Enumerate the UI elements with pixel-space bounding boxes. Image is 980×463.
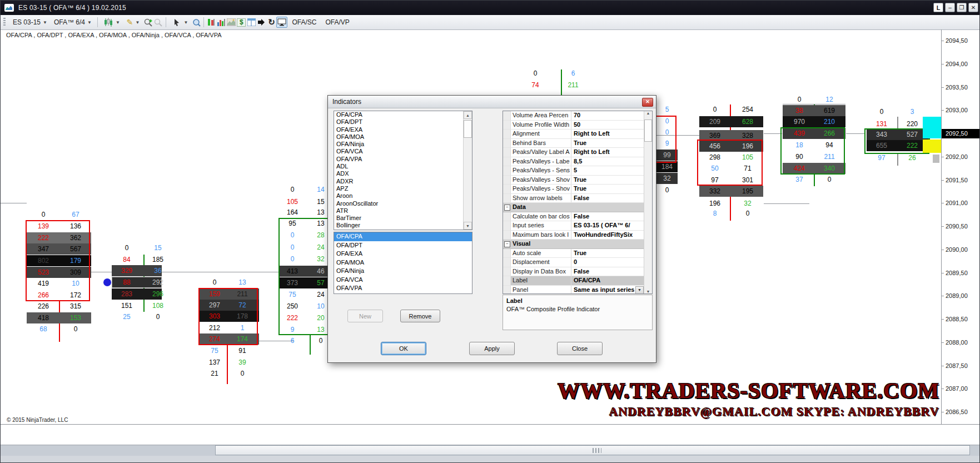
account-icon[interactable]: $ (236, 17, 246, 27)
property-value[interactable]: 70 (571, 111, 644, 120)
indicator-list-item[interactable]: APZ (334, 185, 472, 192)
scroll-down-icon[interactable]: ▼ (464, 222, 472, 230)
property-row[interactable]: AlignmentRight to Left (503, 130, 644, 139)
maximize-button[interactable]: ❐ (957, 3, 967, 12)
indicator-list-item[interactable]: Bollinger (334, 222, 472, 229)
property-value[interactable]: True (571, 139, 644, 148)
property-row[interactable]: PanelSame as input series▼ (503, 286, 644, 295)
property-row[interactable]: Input seriesES 03-15 ( OFA™ 6/ (503, 221, 644, 231)
property-value[interactable]: False (571, 194, 644, 203)
property-value[interactable]: 5 (571, 166, 644, 175)
available-indicators-list[interactable]: OFA/CPAOFA/DPTOFA/EXAOFA/MOAOFA/NinjaOFA… (334, 111, 472, 230)
minimize-button[interactable]: – (945, 3, 955, 12)
selected-indicators-list[interactable]: OFA/CPAOFA/DPTOFA/EXAOFA/MOAOFA/NinjaOFA… (334, 232, 472, 294)
property-section-data[interactable]: −Data (503, 203, 644, 212)
scroll-down-icon[interactable]: ▼ (644, 290, 652, 293)
indicator-list-item[interactable]: BarTimer (334, 215, 472, 222)
reload-icon[interactable]: ↻ (266, 17, 276, 27)
property-value[interactable]: Right to Left (571, 130, 644, 138)
combo-dropdown-icon[interactable]: ▼ (635, 286, 644, 295)
indicator-list-item[interactable]: ATR (334, 207, 472, 215)
ok-button[interactable]: OK (381, 342, 426, 355)
property-row[interactable]: Displacement0 (503, 258, 644, 267)
zoom-out-icon[interactable] (153, 17, 163, 27)
series-selector[interactable]: OFA™ 6/4▼ (51, 17, 95, 27)
property-row[interactable]: Volume Area Percen70 (503, 111, 644, 121)
new-button[interactable]: New (347, 310, 383, 322)
chart-style-button[interactable]: ▼ (100, 16, 123, 28)
indicator-list-item[interactable]: AroonOscillator (334, 200, 472, 207)
label-ofa-vp[interactable]: OFA/VP (321, 17, 354, 27)
panel-grid-icon[interactable] (246, 17, 256, 27)
scrollbar-thumb[interactable] (464, 120, 472, 138)
property-value[interactable]: OFA/CPA (571, 276, 644, 285)
selected-indicator-item[interactable]: OFA/DPT (334, 241, 472, 250)
property-row[interactable]: Peaks/Valleys - Labe8,5 (503, 157, 644, 167)
indicator-list-item[interactable]: Aroon (334, 192, 472, 200)
selected-indicator-item[interactable]: OFA/CPA (334, 232, 472, 241)
property-row[interactable]: Peaks/Valleys - Sens5 (503, 166, 644, 176)
property-value[interactable]: 0 (571, 258, 644, 267)
property-value[interactable]: True (571, 185, 644, 193)
cursor-tool-button[interactable]: ▼ (168, 16, 192, 28)
property-value[interactable]: ES 03-15 ( OFA™ 6/ (571, 221, 644, 230)
indicator-list-item[interactable]: ADXR (334, 178, 472, 185)
indicator-list-item[interactable]: OFA/VPA (334, 156, 472, 163)
lock-button[interactable]: L (933, 3, 943, 12)
list-scrollbar[interactable]: ▲▼ (463, 111, 472, 230)
scroll-up-icon[interactable]: ▲ (644, 111, 652, 115)
step-forward-icon[interactable] (256, 17, 266, 27)
selected-indicator-item[interactable]: OFA/MOA (334, 258, 472, 267)
remove-button[interactable]: Remove (400, 310, 440, 322)
indicator-list-item[interactable]: OFA/Ninja (334, 141, 472, 148)
dialog-close-icon[interactable]: ✕ (642, 98, 653, 107)
selected-indicator-item[interactable]: OFA/VPA (334, 284, 472, 293)
property-value[interactable]: 8,5 (571, 157, 644, 166)
close-button[interactable]: ✕ (968, 3, 978, 12)
indicator-list-item[interactable]: ADL (334, 163, 472, 170)
property-row[interactable]: Peaks/Valley Label ARight to Left (503, 148, 644, 157)
property-section-visual[interactable]: −Visual (503, 240, 644, 249)
property-row[interactable]: Peaks/Valleys - ShovTrue (503, 185, 644, 194)
property-value[interactable]: True (571, 176, 644, 185)
zoom-in-icon[interactable] (143, 17, 153, 27)
label-ofa-sc[interactable]: OFA/SC (287, 17, 321, 27)
property-row[interactable]: Auto scaleTrue (503, 249, 644, 258)
property-row[interactable]: Calculate on bar closFalse (503, 212, 644, 222)
property-row[interactable]: Volume Profile Width50 (503, 121, 644, 130)
volume-icon[interactable] (216, 17, 226, 27)
property-grid[interactable]: Volume Area Percen70Volume Profile Width… (503, 111, 653, 294)
property-row[interactable]: Maximum bars look lTwoHundredFiftySix (503, 231, 644, 240)
property-row[interactable]: LabelOFA/CPA (503, 276, 644, 286)
property-value[interactable]: 50 (571, 121, 644, 130)
scroll-up-icon[interactable]: ▲ (464, 111, 472, 119)
property-row[interactable]: Behind BarsTrue (503, 139, 644, 148)
indicator-list-item[interactable]: OFA/CPA (334, 111, 472, 118)
apply-button[interactable]: Apply (469, 342, 515, 355)
selected-indicator-item[interactable]: OFA/VCA (334, 276, 472, 285)
indicator-list-item[interactable]: OFA/VCA (334, 148, 472, 155)
property-grid-scrollbar[interactable]: ▲▼ (644, 111, 652, 293)
indicator-list-item[interactable]: ADX (334, 170, 472, 177)
selected-indicator-item[interactable]: OFA/EXA (334, 250, 472, 258)
collapse-icon[interactable]: − (504, 205, 510, 211)
price-bars-icon[interactable] (206, 17, 216, 27)
monitor-icon-active[interactable] (276, 17, 287, 28)
toolbar-grip[interactable] (3, 18, 6, 27)
property-row[interactable]: Peaks/Valleys - ShovTrue (503, 176, 644, 185)
property-value[interactable]: False (571, 212, 644, 221)
drawing-tools-button[interactable]: ✎▼ (123, 17, 143, 28)
indicator-list-item[interactable]: OFA/DPT (334, 118, 472, 126)
property-value[interactable]: Right to Left (571, 148, 644, 157)
property-value[interactable]: Same as input series▼ (571, 286, 644, 295)
data-box-icon[interactable] (191, 17, 201, 27)
indicator-list-item[interactable]: OFA/EXA (334, 126, 472, 133)
property-row[interactable]: Show arrow labelsFalse (503, 194, 644, 203)
property-value[interactable]: TwoHundredFiftySix (571, 231, 644, 240)
property-value[interactable]: True (571, 249, 644, 258)
instrument-selector[interactable]: ES 03-15▼ (9, 17, 51, 27)
selected-indicator-item[interactable]: OFA/Ninja (334, 267, 472, 276)
property-row[interactable]: Display in Data BoxFalse (503, 267, 644, 277)
property-value[interactable]: False (571, 267, 644, 276)
collapse-icon[interactable]: − (504, 241, 510, 247)
